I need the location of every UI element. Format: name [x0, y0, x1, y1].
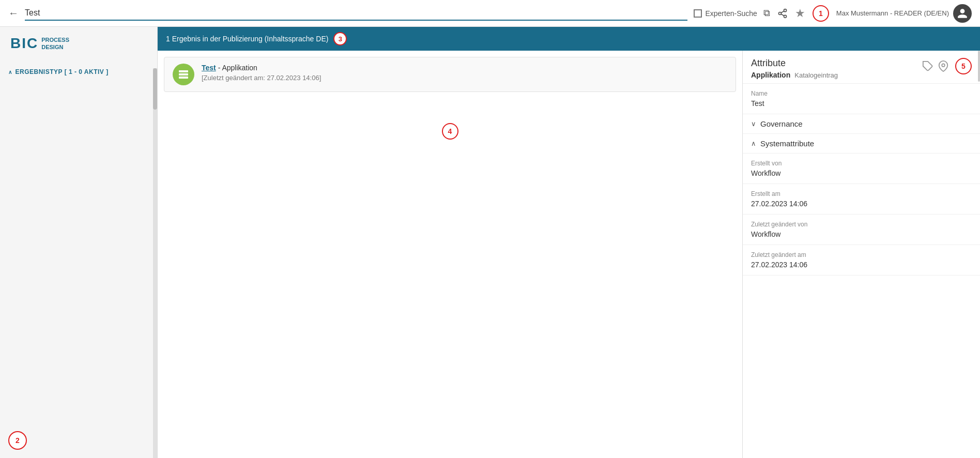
nav-actions: ⧉ ★ 1 Max Mustermann - READER (DE/EN)	[763, 4, 972, 23]
erstellt-von-field: Erstellt von Workflow	[743, 154, 980, 184]
sidebar-scroll-thumb[interactable]	[153, 68, 157, 110]
attributes-panel: Attribute Applikation Katalogeintrag	[742, 51, 980, 458]
search-input[interactable]	[25, 6, 687, 21]
svg-line-3	[781, 14, 784, 16]
location-button[interactable]	[938, 60, 949, 72]
erstellt-von-value: Workflow	[751, 169, 972, 177]
logo: BIC PROCESS DESIGN	[0, 27, 157, 60]
result-item-link[interactable]: Test	[202, 64, 216, 72]
erstellt-am-value: 27.02.2023 14:06	[751, 200, 972, 208]
result-item-subtitle: [Zuletzt geändert am: 27.02.2023 14:06]	[202, 74, 727, 82]
erstellt-am-label: Erstellt am	[751, 190, 972, 197]
zuletzt-geaendert-von-field: Zuletzt geändert von Workflow	[743, 215, 980, 245]
user-label: Max Mustermann - READER (DE/EN)	[836, 9, 949, 17]
attributes-subtitle: Applikation Katalogeintrag	[751, 71, 838, 79]
zuletzt-geaendert-von-label: Zuletzt geändert von	[751, 221, 972, 228]
experten-suche-label: Experten-Suche	[705, 9, 757, 18]
svg-rect-6	[179, 73, 188, 75]
attr-name-field: Name Test	[743, 84, 980, 114]
sidebar: BIC PROCESS DESIGN ∧ ERGEBNISTYP [ 1 - 0…	[0, 27, 158, 458]
logo-text: PROCESS DESIGN	[41, 36, 69, 51]
attributes-title: Attribute	[751, 58, 838, 69]
result-item[interactable]: Test - Applikation [Zuletzt geändert am:…	[164, 57, 736, 92]
svg-rect-5	[179, 70, 188, 72]
governance-label: Governance	[760, 119, 803, 128]
logo-bic: BIC	[10, 35, 38, 52]
erstellt-am-field: Erstellt am 27.02.2023 14:06	[743, 184, 980, 215]
result-item-body: Test - Applikation [Zuletzt geändert am:…	[202, 64, 727, 82]
badge-4[interactable]: 4	[442, 123, 458, 140]
attr-name-label: Name	[751, 90, 972, 97]
ergebnistyp-label: ERGEBNISTYP [ 1 - 0 aktiv ]	[16, 68, 109, 75]
tag-button[interactable]	[922, 60, 933, 72]
governance-section[interactable]: ∨ Governance	[743, 114, 980, 134]
attr-name-value: Test	[751, 99, 972, 108]
checkbox-icon	[694, 9, 702, 18]
attributes-header: Attribute Applikation Katalogeintrag	[743, 51, 980, 84]
avatar[interactable]	[953, 4, 972, 23]
zuletzt-geaendert-am-field: Zuletzt geändert am 27.02.2023 14:06	[743, 245, 980, 276]
svg-line-4	[781, 11, 784, 12]
result-item-type: - Applikation	[218, 64, 257, 72]
systemattribute-label: Systemattribute	[760, 139, 814, 148]
user-info: Max Mustermann - READER (DE/EN)	[836, 4, 972, 23]
back-button[interactable]: ←	[8, 7, 19, 19]
star-button[interactable]: ★	[795, 7, 805, 20]
sidebar-scroll-track	[153, 68, 157, 458]
badge-5[interactable]: 5	[955, 58, 972, 74]
results-area: 1 Ergebnis in der Publizierung (Inhaltss…	[158, 27, 980, 458]
result-list: Test - Applikation [Zuletzt geändert am:…	[158, 51, 742, 458]
copy-button[interactable]: ⧉	[763, 8, 770, 19]
result-item-title: Test - Applikation	[202, 64, 727, 72]
sidebar-content: ∧ ERGEBNISTYP [ 1 - 0 aktiv ]	[0, 60, 157, 458]
attributes-title-block: Attribute Applikation Katalogeintrag	[751, 58, 838, 79]
attr-type-badge: Applikation	[751, 71, 790, 79]
badge-1[interactable]: 1	[813, 5, 829, 22]
badge-3[interactable]: 3	[333, 32, 347, 45]
zuletzt-geaendert-am-label: Zuletzt geändert am	[751, 251, 972, 258]
share-button[interactable]	[777, 8, 788, 19]
svg-rect-7	[179, 77, 188, 79]
top-nav: ← Experten-Suche ⧉ ★ 1 Max Mustermann - …	[0, 0, 980, 27]
results-header-text: 1 Ergebnis in der Publizierung (Inhaltss…	[166, 35, 328, 43]
badge-2[interactable]: 2	[8, 431, 27, 450]
chevron-expand-icon: ∧	[8, 69, 12, 75]
panel-scrollbar[interactable]	[978, 51, 980, 82]
attr-header-icons: 5	[922, 58, 972, 74]
result-item-icon	[173, 64, 194, 85]
results-header: 1 Ergebnis in der Publizierung (Inhaltss…	[158, 27, 980, 51]
zuletzt-geaendert-am-value: 27.02.2023 14:06	[751, 261, 972, 269]
zuletzt-geaendert-von-value: Workflow	[751, 230, 972, 238]
attr-katalog-label: Katalogeintrag	[794, 71, 838, 79]
results-content: Test - Applikation [Zuletzt geändert am:…	[158, 51, 980, 458]
governance-chevron-icon: ∨	[751, 120, 756, 128]
main-layout: BIC PROCESS DESIGN ∧ ERGEBNISTYP [ 1 - 0…	[0, 27, 980, 458]
experten-suche-toggle[interactable]: Experten-Suche	[694, 9, 757, 18]
systemattribute-chevron-icon: ∧	[751, 140, 756, 147]
erstellt-von-label: Erstellt von	[751, 160, 972, 167]
ergebnistyp-section[interactable]: ∧ ERGEBNISTYP [ 1 - 0 aktiv ]	[0, 64, 157, 80]
systemattribute-section[interactable]: ∧ Systemattribute	[743, 134, 980, 154]
svg-point-9	[942, 64, 945, 67]
